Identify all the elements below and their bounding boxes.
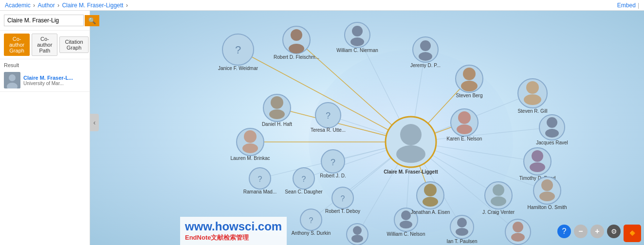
- node-ma-head: [513, 222, 523, 232]
- zoom-in-icon[interactable]: +: [590, 225, 604, 238]
- bottom-right-controls: ? − + ⚙ 🔶: [557, 225, 641, 242]
- office-logo-icon[interactable]: 🔶: [624, 225, 641, 242]
- embed-separator: |: [638, 2, 639, 9]
- left-panel: 🔍 Co-author Graph Co-author Path Citatio…: [0, 11, 90, 245]
- search-input[interactable]: [4, 15, 84, 26]
- node-robert-f-head: [291, 29, 302, 41]
- node-wcn-body: [400, 221, 412, 228]
- watermark-line2: EndNote文献检索管理: [185, 233, 282, 242]
- node-jeremy-head: [420, 40, 431, 51]
- node-steven-gill-label: Steven R. Gill: [517, 108, 547, 114]
- result-avatar: [4, 72, 20, 88]
- node-je-body: [423, 197, 438, 207]
- node-wn-head: [352, 26, 363, 36]
- node-hs-body: [539, 192, 555, 201]
- node-janice-icon: ?: [235, 44, 241, 56]
- node-ip-body: [456, 228, 468, 236]
- result-info: Claire M. Fraser-L... University of Mar.…: [23, 75, 73, 86]
- node-sg-body: [524, 94, 541, 105]
- svg-point-1: [9, 74, 16, 81]
- breadcrumb-academic[interactable]: Academic: [5, 2, 31, 9]
- node-ma-body: [511, 233, 525, 242]
- node-ian-label: Ian T. Paulsen: [446, 239, 477, 244]
- breadcrumb: Academic › Author › Claire M. Fraser-Lig…: [5, 2, 129, 9]
- node-cv-body: [491, 196, 506, 206]
- node-teresa-icon: ?: [326, 111, 331, 121]
- node-lb-head: [244, 130, 257, 143]
- node-sg-head: [526, 81, 539, 94]
- node-hs-head: [541, 179, 553, 191]
- node-lb-body: [242, 143, 258, 153]
- node-janice-label: Janice F. Weidmar: [218, 66, 258, 71]
- node-jeremy-body: [419, 52, 432, 61]
- node-ramana-label: Ramana Mad...: [243, 189, 276, 194]
- node-kn-body: [457, 124, 472, 134]
- node-sean-label: Sean C. Daugher: [285, 189, 323, 194]
- result-label: Result: [0, 59, 90, 69]
- node-craig-label: J. Craig Venter: [482, 210, 515, 215]
- node-jacques-label: Jacques Ravel: [536, 140, 568, 145]
- node-robert-f-body: [289, 44, 304, 53]
- node-je-head: [424, 184, 437, 196]
- node-william-n-label: William C. Nierman: [336, 48, 378, 53]
- node-rt-icon: ?: [341, 194, 345, 203]
- node-daniel-label: Daniel H. Haft: [262, 122, 292, 127]
- graph-svg: Claire M. Fraser-Liggett ? Janice F. Wei…: [90, 11, 644, 245]
- avatar-image: [4, 72, 20, 88]
- node-cv-head: [493, 184, 504, 196]
- node-lauren-label: Lauren M. Brinkac: [230, 156, 270, 161]
- node-hk-head: [353, 226, 362, 235]
- settings-icon[interactable]: ⚙: [607, 225, 621, 238]
- graph-area: Claire M. Fraser-Liggett ? Janice F. Wei…: [90, 11, 644, 245]
- search-bar: 🔍: [0, 11, 90, 31]
- collapse-panel-button[interactable]: ‹: [90, 114, 99, 131]
- node-sb-head: [463, 68, 476, 80]
- node-rj-icon: ?: [331, 158, 335, 167]
- graph-type-tabs: Co-author Graph Co-author Path Citation …: [0, 31, 90, 59]
- result-name: Claire M. Fraser-L...: [23, 75, 73, 81]
- breadcrumb-current[interactable]: Claire M. Fraser-Liggett: [62, 2, 123, 9]
- watermark: www.howsci.com EndNote文献检索管理: [180, 217, 287, 245]
- node-wn-body: [350, 37, 364, 46]
- center-photo-head: [400, 124, 422, 145]
- topbar: Academic › Author › Claire M. Fraser-Lig…: [0, 0, 644, 11]
- node-anthony-icon: ?: [309, 216, 313, 225]
- node-ip-head: [457, 218, 467, 228]
- node-kn-head: [458, 111, 471, 124]
- node-dh-head: [271, 96, 283, 109]
- node-tr-head: [532, 150, 543, 162]
- result-item[interactable]: Claire M. Fraser-L... University of Mar.…: [0, 69, 90, 92]
- node-jr-head: [547, 117, 557, 128]
- coauthor-graph-tab[interactable]: Co-author Graph: [4, 34, 30, 56]
- node-hk-body: [351, 235, 363, 243]
- node-wcn-head: [401, 210, 411, 220]
- watermark-line1: www.howsci.com: [185, 220, 282, 233]
- node-anthony-label: Anthony S. Durkin: [292, 230, 331, 236]
- search-button[interactable]: 🔍: [85, 15, 99, 26]
- node-tr-body: [530, 162, 545, 172]
- help-icon[interactable]: ?: [557, 225, 571, 238]
- embed-link[interactable]: Embed: [617, 2, 636, 9]
- breadcrumb-author[interactable]: Author: [37, 2, 55, 9]
- coauthor-path-tab[interactable]: Co-author Path: [32, 34, 57, 56]
- node-sb-body: [461, 81, 478, 91]
- node-dh-body: [269, 109, 285, 119]
- node-ramana-icon: ?: [258, 175, 262, 183]
- node-sean-icon: ?: [302, 175, 306, 183]
- node-hamilton-label: Hamilton O. Smith: [527, 205, 567, 210]
- node-robert-f-label: Robert D. Fleischm...: [274, 54, 319, 60]
- citation-graph-tab[interactable]: Citation Graph: [59, 36, 88, 53]
- node-jr-body: [545, 129, 559, 138]
- result-affiliation: University of Mar...: [23, 81, 73, 86]
- center-photo-body: [396, 145, 425, 163]
- zoom-out-icon[interactable]: −: [574, 225, 588, 238]
